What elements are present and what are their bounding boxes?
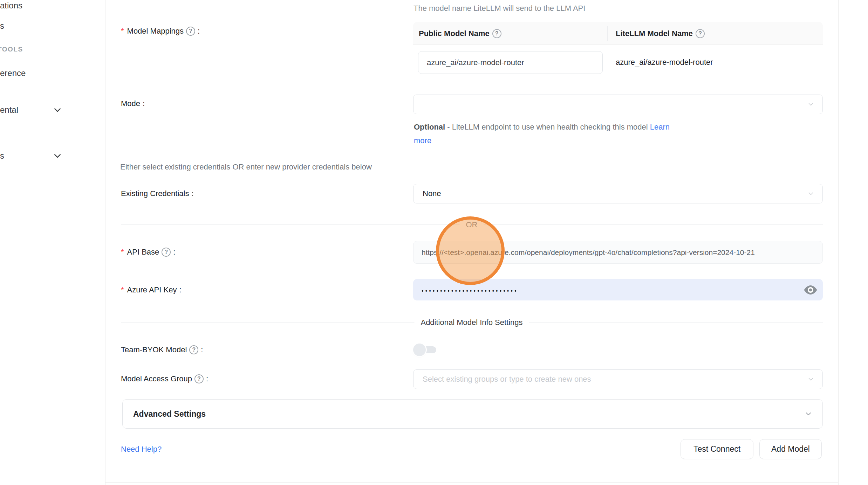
mode-helper-text: LiteLLM endpoint to use when health chec… (452, 123, 650, 131)
public-model-name-input[interactable] (418, 51, 603, 74)
learn-more-link[interactable]: Learn (650, 123, 670, 131)
model-mappings-label-text: Model Mappings (127, 27, 184, 36)
model-name-helper-text: The model name LiteLLM will send to the … (414, 4, 585, 13)
sidebar-item-fragment[interactable]: erence (0, 68, 26, 78)
mode-helper-bold: Optional (414, 123, 445, 131)
mode-label: Mode : (121, 99, 145, 108)
model-access-group-label-text: Model Access Group (121, 374, 192, 383)
sidebar-item-fragment[interactable]: ations (0, 1, 22, 11)
required-asterisk: * (121, 285, 124, 295)
litellm-model-name-header: LiteLLM Model Name ? (616, 22, 705, 45)
existing-credentials-select[interactable]: None (413, 184, 823, 203)
label-colon: : (206, 374, 208, 383)
help-icon[interactable]: ? (194, 374, 204, 383)
sidebar-section-tools: TOOLS (0, 46, 23, 53)
help-icon[interactable]: ? (189, 345, 198, 354)
api-base-label: * API Base ? : (121, 248, 175, 257)
model-access-group-placeholder: Select existing groups or type to create… (423, 375, 591, 384)
select-caret-icon (807, 375, 815, 383)
azure-api-key-label: * Azure API Key : (121, 285, 182, 295)
help-icon[interactable]: ? (492, 29, 501, 38)
chevron-down-icon[interactable] (53, 151, 62, 160)
team-byok-label: Team-BYOK Model ? : (121, 345, 203, 354)
azure-api-key-label-text: Azure API Key (127, 285, 177, 295)
mode-helper-sep: - (445, 123, 452, 131)
advanced-settings-title: Advanced Settings (133, 409, 206, 419)
public-model-name-header: Public Model Name ? (419, 22, 501, 45)
sidebar-item-fragment[interactable]: s (0, 151, 4, 161)
card-left-border (105, 0, 105, 485)
required-asterisk: * (121, 27, 124, 36)
need-help-link[interactable]: Need Help? (121, 445, 162, 454)
help-icon[interactable]: ? (696, 29, 705, 38)
team-byok-label-text: Team-BYOK Model (121, 345, 187, 354)
test-connect-button[interactable]: Test Connect (681, 439, 753, 459)
team-byok-toggle[interactable] (413, 344, 437, 356)
model-access-group-label: Model Access Group ? : (121, 374, 208, 383)
advanced-settings-panel[interactable]: Advanced Settings (122, 399, 823, 429)
mode-helper-line1: Optional - LiteLLM endpoint to use when … (414, 123, 670, 132)
sidebar: ations s TOOLS erence ental s (0, 0, 105, 485)
public-model-name-header-text: Public Model Name (419, 29, 490, 38)
toggle-knob (413, 344, 426, 356)
litellm-model-name-value: azure_ai/azure-model-router (616, 58, 713, 67)
label-colon: : (198, 27, 200, 36)
label-colon: : (179, 285, 181, 295)
add-model-button[interactable]: Add Model (759, 439, 822, 459)
label-colon: : (143, 99, 145, 108)
azure-api-key-input[interactable]: •••••••••••••••••••••••••• (413, 279, 823, 300)
additional-settings-divider-text: Additional Model Info Settings (414, 318, 529, 327)
select-caret-icon (807, 190, 815, 198)
chevron-down-icon (804, 410, 813, 418)
api-base-input[interactable]: https://<test>.openai.azure.com/openai/d… (413, 241, 823, 264)
label-colon: : (201, 345, 203, 354)
model-access-group-select[interactable]: Select existing groups or type to create… (413, 369, 823, 389)
sidebar-item-fragment[interactable]: ental (0, 105, 18, 115)
existing-credentials-label-text: Existing Credentials (121, 189, 189, 198)
learn-more-link[interactable]: more (414, 136, 431, 145)
or-divider-text: OR (460, 220, 484, 229)
existing-credentials-label: Existing Credentials : (121, 189, 194, 198)
eye-icon[interactable] (804, 285, 818, 295)
table-row-divider (413, 78, 823, 78)
label-colon: : (173, 248, 175, 257)
credentials-note: Either select existing credentials OR en… (120, 162, 372, 172)
api-base-label-text: API Base (127, 248, 159, 257)
sidebar-item-fragment[interactable]: s (0, 21, 4, 31)
card-bottom-border (105, 482, 839, 483)
litellm-model-name-header-text: LiteLLM Model Name (616, 29, 693, 38)
mode-select[interactable] (413, 95, 823, 114)
existing-credentials-value: None (423, 189, 441, 198)
table-column-divider (607, 26, 608, 41)
label-colon: : (191, 189, 193, 198)
masked-api-key: •••••••••••••••••••••••••• (422, 286, 518, 294)
mode-label-text: Mode (121, 99, 140, 108)
chevron-down-icon[interactable] (53, 105, 62, 115)
card-right-border (838, 0, 839, 485)
help-icon[interactable]: ? (162, 248, 171, 257)
help-icon[interactable]: ? (186, 27, 195, 36)
required-asterisk: * (121, 248, 124, 257)
model-mappings-label: * Model Mappings ? : (121, 27, 200, 36)
select-caret-icon (807, 101, 815, 108)
